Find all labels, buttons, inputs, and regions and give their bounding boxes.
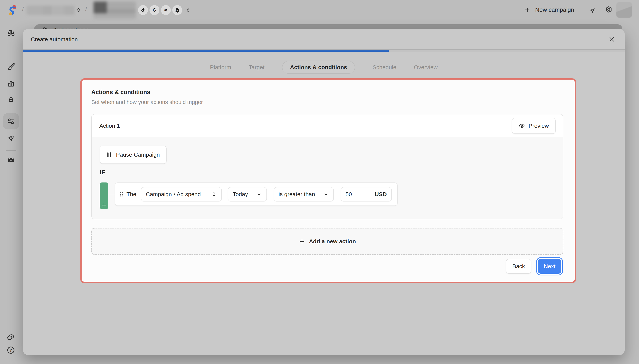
metric-value: Campaign • Ad spend: [146, 191, 201, 198]
actions-conditions-panel: Actions & conditions Set when and how yo…: [80, 78, 576, 283]
currency-label: USD: [375, 191, 387, 198]
svg-text:∞: ∞: [164, 7, 168, 12]
action-card: Action 1 Preview: [91, 114, 563, 219]
workspace-name-redacted[interactable]: [27, 6, 75, 15]
action-title: Action 1: [99, 114, 120, 137]
new-campaign-label: New campaign: [535, 6, 574, 13]
svg-text:S: S: [176, 9, 178, 12]
add-new-action-label: Add a new action: [309, 238, 356, 245]
progress-bar-track: [23, 50, 625, 52]
chevron-down-icon: [323, 192, 329, 197]
modal-header: Create automation: [23, 29, 625, 50]
condition-row: The Campaign • Ad spend Today: [100, 182, 563, 209]
add-condition-handle[interactable]: [100, 182, 108, 209]
new-campaign-button[interactable]: New campaign: [524, 5, 574, 15]
next-button[interactable]: Next: [538, 259, 561, 274]
panel-heading: Actions & conditions: [91, 88, 565, 96]
condition-value-input[interactable]: [346, 191, 368, 198]
back-button[interactable]: Back: [506, 259, 531, 274]
sidebar-divider: [6, 150, 16, 151]
preview-label: Preview: [528, 122, 549, 129]
tiktok-icon[interactable]: [138, 5, 148, 15]
app-screen: / / G ∞ S: [0, 0, 639, 364]
progress-bar-fill: [23, 50, 389, 52]
condition-connector-line: [108, 194, 115, 194]
panel-subheading: Set when and how your actions should tri…: [91, 99, 565, 105]
pause-campaign-label: Pause Campaign: [116, 152, 160, 158]
settings-gear-icon[interactable]: [604, 5, 613, 14]
action-card-header: Action 1 Preview: [92, 114, 563, 137]
svg-text:G: G: [153, 8, 156, 12]
add-condition-plus-icon: [100, 202, 108, 208]
sidebar-item-paintbrush-icon[interactable]: [7, 62, 16, 71]
chat-support-icon[interactable]: [6, 333, 16, 342]
workspace-chevron-up-down-icon[interactable]: [75, 7, 82, 13]
breadcrumb-separator: /: [22, 5, 24, 13]
value-field: USD: [341, 187, 392, 202]
sidebar-item-binoculars-icon[interactable]: [7, 28, 16, 37]
condition-prefix: The: [127, 191, 136, 198]
tab-platform[interactable]: Platform: [210, 64, 231, 70]
user-avatar[interactable]: [616, 2, 632, 18]
sidebar-nav: ?: [0, 20, 22, 364]
app-logo-icon[interactable]: [8, 4, 18, 16]
google-icon[interactable]: G: [150, 5, 159, 15]
breadcrumb-separator: /: [85, 5, 87, 13]
metric-select[interactable]: Campaign • Ad spend: [141, 187, 222, 202]
chevron-up-down-icon: [211, 191, 217, 198]
sidebar-item-sliders-icon[interactable]: [7, 117, 16, 126]
operator-select[interactable]: is greater than: [274, 187, 334, 202]
sidebar-item-rocket-icon[interactable]: [7, 96, 16, 104]
tab-overview[interactable]: Overview: [414, 64, 438, 70]
tab-schedule[interactable]: Schedule: [373, 64, 396, 70]
tab-target[interactable]: Target: [249, 64, 265, 70]
platform-chevron-up-down-icon[interactable]: [185, 7, 191, 13]
operator-value: is greater than: [279, 191, 315, 198]
add-new-action-button[interactable]: Add a new action: [91, 228, 563, 255]
eye-icon: [519, 122, 525, 129]
theme-toggle-sun-icon[interactable]: [589, 6, 596, 14]
sidebar-item-atom-icon[interactable]: [7, 156, 16, 164]
drag-handle-icon[interactable]: [119, 192, 124, 197]
condition-card: The Campaign • Ad spend Today: [115, 182, 398, 206]
panel-footer: Back Next: [91, 259, 563, 274]
pause-icon: [107, 152, 112, 158]
plus-icon: [524, 7, 531, 13]
tab-actions-conditions[interactable]: Actions & conditions: [282, 61, 355, 74]
timeframe-select[interactable]: Today: [228, 187, 267, 202]
create-automation-modal: Create automation Platform Target Action…: [23, 29, 625, 355]
sidebar-item-chart-icon[interactable]: [7, 79, 16, 88]
sidebar-item-launch-icon[interactable]: [7, 134, 16, 142]
plus-icon: [299, 238, 305, 245]
meta-icon[interactable]: ∞: [161, 5, 171, 15]
shopify-icon[interactable]: S: [172, 5, 182, 15]
step-tabs: Platform Target Actions & conditions Sch…: [23, 61, 625, 74]
account-name-redacted[interactable]: [94, 2, 136, 19]
action-card-body: Pause Campaign IF: [92, 137, 563, 219]
preview-button[interactable]: Preview: [512, 118, 556, 134]
help-icon[interactable]: ?: [6, 346, 16, 355]
close-icon[interactable]: [608, 35, 616, 44]
pause-campaign-button[interactable]: Pause Campaign: [100, 146, 167, 164]
svg-text:?: ?: [10, 348, 12, 352]
timeframe-value: Today: [233, 191, 248, 198]
modal-title: Create automation: [31, 29, 78, 50]
if-label: IF: [100, 169, 563, 176]
chevron-down-icon: [256, 192, 262, 197]
top-bar: / / G ∞ S: [0, 0, 639, 20]
